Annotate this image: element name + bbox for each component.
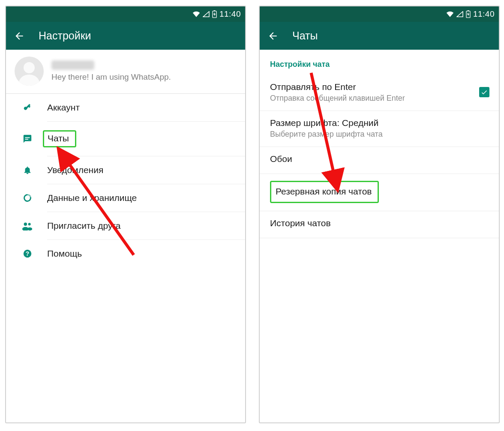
wifi-icon [192, 11, 200, 17]
setting-chat-backup[interactable]: Резервная копия чатов [260, 174, 499, 211]
svg-point-9 [27, 227, 32, 230]
avatar [15, 57, 44, 86]
signal-icon [203, 11, 210, 17]
setting-title: Размер шрифта: Средний [270, 118, 489, 128]
svg-point-6 [24, 223, 27, 226]
setting-title: Резервная копия чатов [276, 186, 372, 196]
status-time: 11:40 [473, 9, 495, 19]
app-bar: Настройки [6, 22, 245, 50]
profile-name-blurred [51, 60, 94, 70]
bell-icon [21, 165, 33, 175]
status-bar: 11:40 [6, 6, 245, 22]
setting-wallpaper[interactable]: Обои [260, 147, 499, 174]
menu-item-chats[interactable]: Чаты [47, 122, 245, 156]
svg-rect-14 [468, 10, 469, 11]
profile-status: Hey there! I am using WhatsApp. [51, 72, 171, 82]
svg-rect-5 [25, 139, 28, 140]
menu-label: Пригласить друга [47, 221, 120, 231]
wifi-icon [446, 11, 454, 17]
setting-title-highlighted: Резервная копия чатов [270, 181, 379, 203]
people-icon [21, 221, 33, 230]
menu-label: Аккаунт [47, 102, 80, 113]
svg-point-7 [28, 223, 31, 225]
menu-item-notifications[interactable]: Уведомления [47, 156, 245, 184]
back-button[interactable] [267, 30, 285, 42]
battery-icon [212, 10, 217, 18]
key-icon [21, 103, 33, 112]
setting-enter-to-send[interactable]: Отправлять по Enter Отправка сообщений к… [260, 75, 499, 111]
profile-row[interactable]: Hey there! I am using WhatsApp. [6, 50, 245, 94]
svg-point-3 [19, 75, 39, 86]
setting-subtitle: Выберите размер шрифта чата [270, 130, 489, 139]
menu-label: Помощь [47, 248, 82, 259]
menu-label: Данные и хранилище [47, 193, 137, 203]
data-usage-icon [21, 193, 33, 203]
chat-icon [21, 134, 33, 144]
battery-icon [466, 10, 471, 18]
checkbox-checked[interactable] [479, 87, 489, 97]
status-bar: 11:40 [260, 6, 499, 22]
setting-subtitle: Отправка сообщений клавишей Enter [270, 94, 489, 103]
menu-item-data-storage[interactable]: Данные и хранилище [47, 184, 245, 212]
menu-item-account[interactable]: Аккаунт [47, 94, 245, 122]
status-time: 11:40 [219, 9, 241, 19]
setting-title: Отправлять по Enter [270, 82, 489, 92]
menu-label-highlighted: Чаты [43, 130, 76, 147]
svg-point-2 [24, 62, 35, 73]
menu-item-invite[interactable]: Пригласить друга [47, 212, 245, 240]
setting-title: Обои [270, 154, 489, 164]
menu-label: Уведомления [47, 165, 103, 175]
section-header: Настройки чата [260, 50, 499, 75]
menu-item-help[interactable]: ? Помощь [47, 240, 245, 267]
page-title: Настройки [39, 30, 91, 42]
help-icon: ? [21, 249, 33, 258]
setting-font-size[interactable]: Размер шрифта: Средний Выберите размер ш… [260, 111, 499, 147]
signal-icon [456, 11, 463, 17]
app-bar: Чаты [260, 22, 499, 50]
svg-text:?: ? [26, 251, 29, 257]
back-button[interactable] [14, 30, 31, 42]
svg-rect-4 [25, 137, 30, 138]
setting-chat-history[interactable]: История чатов [260, 211, 499, 238]
svg-rect-1 [214, 10, 216, 11]
chats-settings-screen: 11:40 Чаты Настройки чата Отправлять по … [259, 6, 500, 423]
page-title: Чаты [292, 30, 318, 42]
setting-title: История чатов [270, 218, 489, 228]
settings-screen: 11:40 Настройки Hey there! I am using Wh… [5, 6, 246, 423]
